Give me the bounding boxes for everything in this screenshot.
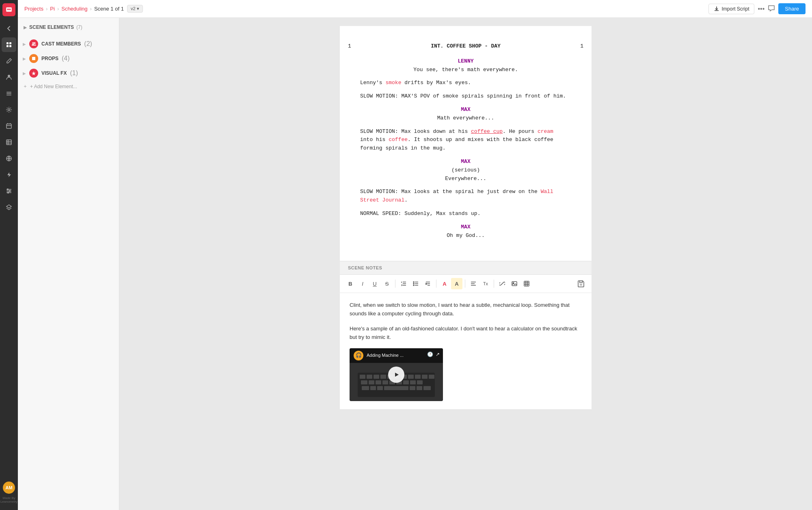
scene-elements-header[interactable]: ▶ SCENE ELEMENTS (7) [24, 22, 113, 33]
align-button[interactable] [468, 278, 479, 289]
breadcrumb-pi[interactable]: Pi [50, 6, 55, 12]
breadcrumb-scene: Scene 1 of 1 [94, 6, 124, 12]
toolbar-sep4 [494, 280, 494, 288]
nav-globe[interactable] [2, 151, 16, 166]
props-row[interactable]: ▶ PROPS (4) [18, 51, 119, 66]
more-options-button[interactable]: ••• [758, 5, 764, 13]
table-button[interactable] [521, 278, 532, 289]
vfx-chevron: ▶ [23, 71, 26, 76]
svg-point-2 [9, 9, 10, 10]
svg-point-20 [34, 42, 36, 44]
nav-edit[interactable] [2, 54, 16, 68]
svg-rect-7 [9, 45, 11, 47]
save-button[interactable] [575, 278, 587, 289]
nav-table[interactable] [2, 135, 16, 150]
clear-format-button[interactable]: Tx [480, 278, 491, 289]
ordered-list-button[interactable] [398, 278, 409, 289]
svg-point-19 [32, 42, 34, 44]
nav-back[interactable] [2, 21, 16, 36]
props-label: PROPS [41, 56, 58, 61]
note-paragraph-1: Clint, when we switch to slow motion, I … [350, 301, 582, 318]
nav-person[interactable] [2, 70, 16, 85]
visual-fx-row[interactable]: ▶ VISUAL FX (1) [18, 66, 119, 80]
nav-settings[interactable] [2, 102, 16, 117]
notes-content[interactable]: Clint, when we switch to slow motion, I … [340, 293, 592, 409]
chat-button[interactable] [768, 4, 775, 13]
font-bg-button[interactable]: A [451, 278, 462, 289]
topbar: Projects › Pi › Scheduling › Scene 1 of … [18, 0, 812, 18]
cast-members-label: CAST MEMBERS [41, 41, 81, 47]
user-avatar[interactable]: AM [3, 482, 15, 494]
share-video-icon: ↗ [436, 351, 440, 358]
svg-rect-56 [423, 386, 431, 390]
version-badge[interactable]: v2 ▾ [127, 5, 143, 13]
video-title-bar: 🎧 Adding Machine ... 🕐 ↗ [350, 348, 443, 363]
svg-point-22 [413, 282, 414, 282]
svg-rect-51 [370, 386, 376, 390]
font-color-button[interactable]: A [439, 278, 450, 289]
svg-point-23 [413, 283, 414, 284]
breadcrumb-projects[interactable]: Projects [24, 6, 43, 12]
import-script-button[interactable]: Import Script [708, 4, 754, 14]
nav-sliders[interactable] [2, 184, 16, 198]
svg-rect-5 [9, 42, 11, 44]
svg-rect-31 [367, 375, 372, 379]
scene-elements-label: SCENE ELEMENTS [29, 24, 74, 30]
scene-notes-header: SCENE NOTES [340, 261, 592, 275]
cast-members-row[interactable]: ▶ CAST MEMBERS (2) [18, 37, 119, 51]
cast-icon [29, 39, 38, 48]
toolbar-sep2 [436, 280, 436, 288]
clock-icon: 🕐 [427, 351, 433, 358]
scene-number-right: 1 [580, 42, 583, 51]
character-max3: MAX [360, 223, 571, 232]
svg-point-24 [413, 285, 414, 286]
breadcrumb-scheduling[interactable]: Scheduling [61, 6, 87, 12]
unordered-list-button[interactable] [410, 278, 421, 289]
coffee-highlight: coffee [389, 137, 408, 143]
image-button[interactable] [509, 278, 520, 289]
scene-elements-count: (7) [76, 24, 82, 30]
svg-rect-14 [6, 140, 11, 145]
vfx-icon [29, 69, 38, 78]
vfx-label: VISUAL FX [41, 70, 67, 76]
nav-calendar[interactable] [2, 119, 16, 133]
svg-rect-32 [374, 375, 379, 379]
character-max1: MAX [360, 106, 571, 114]
bold-button[interactable]: B [345, 278, 356, 289]
nav-layers[interactable] [2, 200, 16, 215]
breadcrumb-sep1: › [46, 6, 48, 12]
svg-rect-25 [512, 282, 517, 286]
underline-button[interactable]: U [369, 278, 380, 289]
props-chevron: ▶ [23, 56, 26, 61]
svg-rect-37 [408, 375, 414, 379]
dialogue-lenny: You see, there's math everywhere. [360, 66, 571, 74]
action1: Lenny's smoke drifts by Max's eyes. [360, 79, 571, 87]
nav-list[interactable] [2, 86, 16, 101]
action5: NORMAL SPEED: Suddenly, Max stands up. [360, 210, 571, 218]
toolbar-sep1 [395, 280, 395, 288]
svg-rect-38 [415, 375, 421, 379]
svg-rect-10 [6, 93, 11, 94]
share-button[interactable]: Share [778, 3, 806, 14]
video-embed[interactable]: 🎧 Adding Machine ... 🕐 ↗ [350, 348, 443, 401]
add-element-label: + Add New Element... [30, 84, 77, 89]
dialogue-max2: Everywhere... [360, 175, 571, 183]
dialogue-max3: Oh my God... [360, 232, 571, 240]
italic-button[interactable]: I [357, 278, 368, 289]
video-controls: 🕐 ↗ [427, 351, 440, 358]
video-title: Adding Machine ... [367, 352, 404, 359]
add-element-button[interactable]: ＋ + Add New Element... [18, 80, 119, 92]
svg-rect-55 [417, 386, 422, 390]
smoke-highlight: smoke [385, 80, 401, 86]
app-logo[interactable] [2, 3, 15, 16]
svg-rect-54 [410, 386, 415, 390]
video-platform-icon: 🎧 [354, 351, 363, 360]
strikethrough-button[interactable]: S [381, 278, 393, 289]
svg-point-3 [10, 9, 11, 10]
nav-grid[interactable] [2, 37, 16, 52]
nav-lightning[interactable] [2, 167, 16, 182]
video-play-button[interactable] [388, 367, 404, 383]
svg-point-18 [8, 192, 9, 193]
indent-button[interactable] [422, 278, 434, 289]
link-button[interactable] [497, 278, 508, 289]
